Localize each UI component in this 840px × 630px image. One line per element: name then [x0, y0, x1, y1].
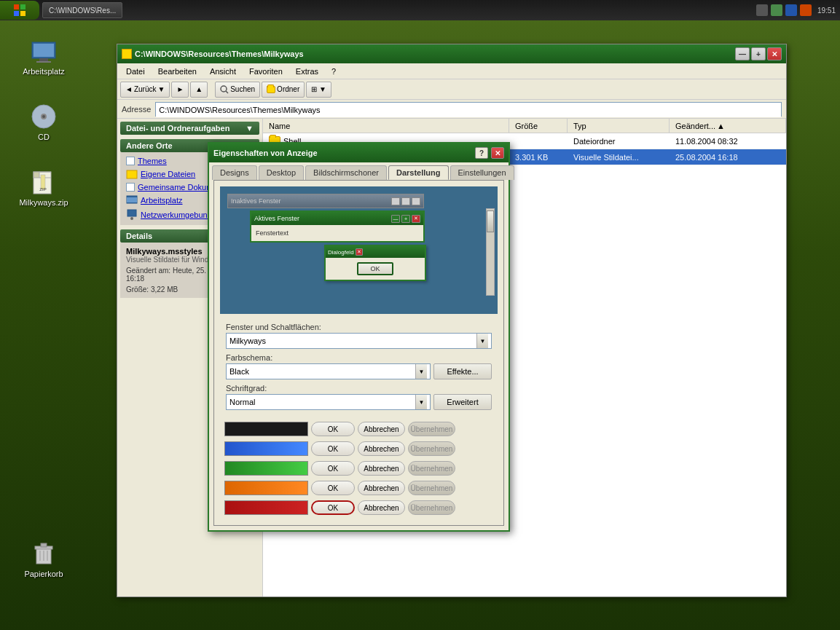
swatch-row-2: OK Abbrechen Übernehmen	[224, 460, 493, 477]
preview-dialog-close: ✕	[356, 248, 363, 256]
header-type[interactable]: Typ	[568, 119, 670, 133]
tasks-header[interactable]: Datei- und Ordneraufgaben ▼	[120, 122, 259, 135]
themes-checkbox	[126, 157, 135, 165]
folder-button[interactable]: Ordner	[262, 82, 305, 98]
controls-section: Fenster und Schaltflächen: Milkyways ▼ F…	[220, 320, 498, 417]
desktop-icon-arbeitsplatz[interactable]: Arbeitsplatz	[18, 36, 69, 76]
swatch-apply-4[interactable]: Übernehmen	[408, 500, 455, 515]
file-list-header: Name Größe Typ Geändert... ▲	[263, 119, 786, 133]
swatch-cancel-1[interactable]: Abbrechen	[358, 441, 405, 456]
farbschema-dropdown[interactable]: Black ▼	[226, 363, 431, 379]
swatch-black	[224, 422, 308, 436]
svg-point-23	[221, 86, 227, 92]
arbeitsplatz-icon	[29, 36, 58, 66]
file-cell-size-shell	[509, 133, 568, 149]
menu-favoriten[interactable]: Favoriten	[243, 66, 288, 77]
menu-help[interactable]: ?	[326, 66, 342, 77]
preview-dialog-titlebar: Dialogfeld ✕	[326, 246, 425, 258]
active-maximize: +	[401, 215, 410, 223]
menu-extras[interactable]: Extras	[290, 66, 324, 77]
milkyways-zip-icon: ZIP	[29, 168, 58, 197]
inactive-minimize: —	[391, 197, 400, 205]
swatch-ok-2[interactable]: OK	[311, 461, 355, 476]
scrollbar-thumb[interactable]	[487, 210, 494, 232]
inactive-title: Inaktives Fenster	[231, 197, 390, 205]
search-button[interactable]: Suchen	[215, 82, 260, 98]
erweitert-button[interactable]: Erweitert	[433, 394, 492, 410]
forward-button[interactable]: ►	[171, 82, 189, 98]
swatch-red	[224, 500, 308, 515]
tray-icon-1	[756, 4, 768, 16]
file-cell-type-shell: Dateiordner	[568, 133, 670, 149]
swatch-ok-4[interactable]: OK	[311, 500, 355, 515]
swatch-apply-3[interactable]: Übernehmen	[408, 481, 455, 495]
dialog-title: Eigenschaften von Anzeige	[213, 149, 472, 157]
swatch-cancel-4[interactable]: Abbrechen	[358, 500, 405, 515]
minimize-button[interactable]: —	[735, 47, 750, 60]
swatch-cancel-2[interactable]: Abbrechen	[358, 461, 405, 476]
swatch-ok-1[interactable]: OK	[311, 441, 355, 456]
header-name[interactable]: Name	[263, 119, 509, 133]
farbschema-dropdown-arrow: ▼	[415, 364, 427, 379]
desktop-icon-cd[interactable]: CD	[18, 102, 69, 142]
address-input[interactable]	[156, 103, 781, 117]
taskbar: C:\WINDOWS\Res... 19:51	[0, 0, 840, 20]
schriftgrad-dropdown-arrow: ▼	[415, 395, 427, 409]
desktop-icon-milkyways[interactable]: ZIP Milkyways.zip	[18, 168, 69, 208]
fenster-dropdown[interactable]: Milkyways ▼	[226, 333, 492, 349]
menu-bearbeiten[interactable]: Bearbeiten	[152, 66, 203, 77]
fenster-row: Milkyways ▼	[226, 333, 492, 349]
tab-designs[interactable]: Designs	[212, 165, 257, 180]
swatch-ok-0[interactable]: OK	[311, 422, 355, 436]
swatch-cancel-3[interactable]: Abbrechen	[358, 481, 405, 495]
swatch-apply-0[interactable]: Übernehmen	[408, 422, 455, 436]
preview-ok-button[interactable]: OK	[357, 262, 393, 275]
effekte-button[interactable]: Effekte...	[433, 363, 492, 379]
swatch-apply-1[interactable]: Übernehmen	[408, 441, 455, 456]
swatch-apply-2[interactable]: Übernehmen	[408, 461, 455, 476]
start-button[interactable]	[0, 1, 39, 20]
active-close: ✕	[412, 215, 420, 223]
svg-rect-27	[127, 197, 137, 202]
papierkorb-label: Papierkorb	[24, 570, 63, 579]
desktop-icon-papierkorb[interactable]: Papierkorb	[18, 539, 69, 579]
dialog-titlebar: Eigenschaften von Anzeige ? ✕	[209, 143, 509, 162]
up-button[interactable]: ▲	[190, 82, 208, 98]
preview-dialog-box: Dialogfeld ✕ OK	[324, 245, 426, 281]
inactive-window: Inaktives Fenster — + ✕ Aktives Fenster …	[227, 194, 424, 208]
swatch-cancel-0[interactable]: Abbrechen	[358, 422, 405, 436]
back-button[interactable]: ◄ ◄ Zurück ▼ Zurück ▼	[120, 82, 170, 98]
taskbar-window-button[interactable]: C:\WINDOWS\Res...	[42, 2, 122, 18]
header-modified[interactable]: Geändert... ▲	[670, 119, 786, 133]
gemeinsame-checkbox	[126, 183, 135, 192]
menu-datei[interactable]: Datei	[120, 66, 151, 77]
swatch-row-3: OK Abbrechen Übernehmen	[224, 479, 493, 497]
svg-rect-28	[127, 210, 136, 216]
tray-icon-4	[800, 4, 812, 16]
maximize-button[interactable]: +	[751, 47, 766, 60]
tab-darstellung[interactable]: Darstellung	[388, 165, 449, 180]
file-cell-size-milkyways: 3.301 KB	[509, 149, 568, 165]
menu-ansicht[interactable]: Ansicht	[204, 66, 242, 77]
window-text: Fenstertext	[254, 228, 290, 238]
preview-scrollbar[interactable]	[486, 208, 495, 296]
tab-einstellungen[interactable]: Einstellungen	[450, 165, 514, 180]
svg-rect-2	[14, 11, 19, 16]
schriftgrad-dropdown[interactable]: Normal ▼	[226, 394, 431, 410]
tab-bildschirmschoner[interactable]: Bildschirmschoner	[305, 165, 387, 180]
close-button[interactable]: ✕	[767, 47, 782, 60]
file-cell-modified-milkyways: 25.08.2004 16:18	[670, 149, 786, 165]
dialog-help-button[interactable]: ?	[475, 147, 488, 159]
swatch-row-0: OK Abbrechen Übernehmen	[224, 420, 493, 438]
swatch-ok-3[interactable]: OK	[311, 481, 355, 495]
explorer-window-icon	[122, 49, 132, 59]
network-icon	[126, 209, 138, 221]
dialog-close-button[interactable]: ✕	[491, 147, 504, 159]
header-size[interactable]: Größe	[509, 119, 568, 133]
svg-rect-5	[34, 44, 54, 57]
tab-desktop[interactable]: Desktop	[259, 165, 304, 180]
tasks-section: Datei- und Ordneraufgaben ▼	[120, 122, 259, 135]
address-label-text: Adresse	[122, 105, 151, 114]
view-button[interactable]: ⊞ ▼	[306, 82, 331, 98]
tray-icon-2	[771, 4, 782, 16]
